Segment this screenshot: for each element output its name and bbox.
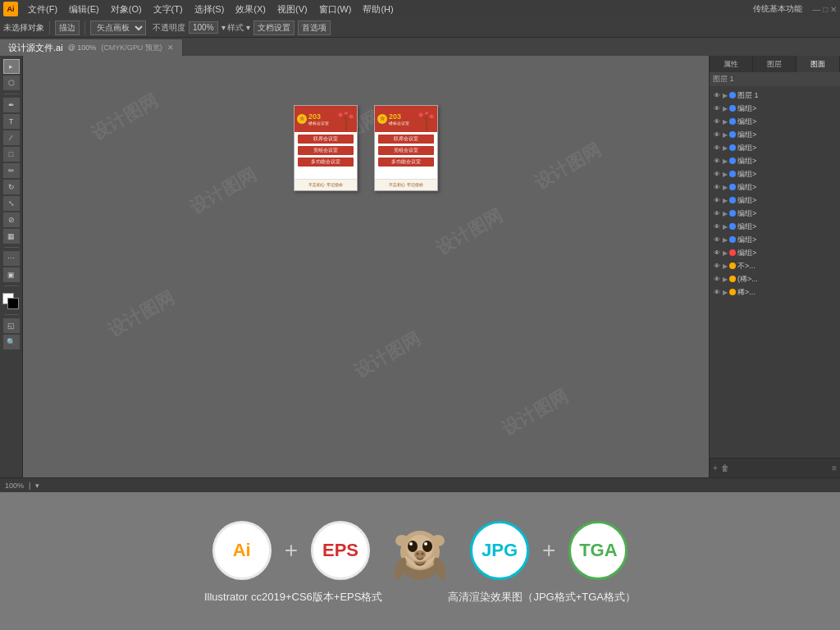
panel-add-layer-icon[interactable]: +	[713, 463, 718, 472]
layer-expand-icon[interactable]: ▶	[723, 105, 728, 112]
layer-visibility-icon[interactable]: 👁	[713, 91, 721, 99]
layer-expand-icon[interactable]: ▶	[723, 210, 728, 217]
screen-mode-icon[interactable]: ◱	[3, 318, 20, 333]
layer-expand-icon[interactable]: ▶	[723, 289, 728, 296]
layer-expand-icon[interactable]: ▶	[723, 184, 728, 191]
layer-row[interactable]: 👁 ▶ 编组>	[711, 128, 838, 141]
status-bar: 100% | ▾	[0, 477, 840, 492]
workspace-label: 传统基本功能	[753, 3, 802, 15]
layer-expand-icon[interactable]: ▶	[723, 197, 728, 204]
layer-expand-icon[interactable]: ▶	[723, 144, 728, 152]
opacity-value[interactable]: 100%	[189, 21, 218, 34]
menu-window[interactable]: 窗口(W)	[314, 2, 357, 17]
panel-tab-layers[interactable]: 图层	[753, 56, 797, 72]
prefs-button[interactable]: 首选项	[298, 21, 331, 35]
menu-view[interactable]: 视图(V)	[272, 2, 313, 17]
layer-visibility-icon[interactable]: 👁	[713, 157, 721, 165]
layer-expand-icon[interactable]: ▶	[723, 131, 728, 139]
menu-type[interactable]: 文字(T)	[148, 2, 188, 17]
eyedropper-tool-icon[interactable]: ⊘	[3, 212, 20, 227]
direct-select-tool-icon[interactable]: ⬡	[3, 75, 20, 90]
layer-row[interactable]: 👁 ▶ 编组>	[711, 115, 838, 128]
stroke-color[interactable]	[7, 298, 19, 309]
menu-right-area: 传统基本功能 — □ ✕	[753, 3, 837, 15]
menu-edit[interactable]: 编辑(E)	[64, 2, 104, 17]
menu-file[interactable]: 文件(F)	[23, 2, 62, 17]
scale-tool-icon[interactable]: ⤡	[3, 196, 20, 211]
pen-tool-icon[interactable]: ✒	[3, 98, 20, 112]
watermark-2: 设计图网	[185, 162, 260, 220]
layer-row[interactable]: 👁 ▶ 编组>	[711, 167, 838, 180]
layer-row[interactable]: 👁 ▶ (稀>...	[711, 272, 838, 285]
view-mode-select[interactable]: 矢点画板	[90, 21, 146, 35]
zoom-tool-icon[interactable]: 🔍	[3, 335, 20, 349]
layer-visibility-icon[interactable]: 👁	[713, 209, 721, 217]
watermark-4: 设计图网	[431, 203, 506, 261]
panel-delete-layer-icon[interactable]: 🗑	[721, 463, 729, 472]
brush-tool-icon[interactable]: ✏	[3, 163, 20, 178]
layer-visibility-icon[interactable]: 👁	[713, 170, 721, 178]
layer-row[interactable]: 👁 ▶ 编组>	[711, 180, 838, 194]
mesh-tool-icon[interactable]: ⋯	[3, 251, 20, 266]
gradient-tool-icon[interactable]: ▣	[3, 267, 20, 282]
layer-visibility-icon[interactable]: 👁	[713, 183, 721, 191]
menu-object[interactable]: 对象(O)	[106, 2, 147, 17]
layer-row[interactable]: 👁 ▶ 编组>	[711, 154, 838, 167]
layer-color-dot	[729, 158, 736, 164]
panel-menu-icon[interactable]: ≡	[832, 463, 837, 472]
canvas-area[interactable]: 设计图网 设计图网 设计图网 设计图网 设计图网 设计图网 设计图网 设计图网 …	[23, 56, 709, 477]
menu-bar: Ai 文件(F) 编辑(E) 对象(O) 文字(T) 选择(S) 效果(X) 视…	[0, 0, 840, 18]
graph-tool-icon[interactable]: ▦	[3, 229, 20, 244]
layer-visibility-icon[interactable]: 👁	[713, 235, 721, 244]
tab-close-icon[interactable]: ✕	[167, 43, 174, 52]
layer-row[interactable]: 👁 ▶ 图层 1	[711, 89, 838, 102]
color-box[interactable]	[2, 293, 21, 311]
rotate-tool-icon[interactable]: ↻	[3, 180, 20, 194]
layer-expand-icon[interactable]: ▶	[723, 171, 728, 178]
type-tool-icon[interactable]: T	[3, 114, 20, 129]
watermark-7: 设计图网	[349, 326, 424, 384]
rect-tool-icon[interactable]: □	[3, 147, 20, 162]
document-content: ☆ 203 楼栋会议室	[294, 105, 438, 191]
selection-tool-icon[interactable]: ▸	[3, 59, 20, 74]
panel-tab-artboards[interactable]: 图面	[797, 56, 840, 72]
layer-expand-icon[interactable]: ▶	[723, 262, 728, 270]
layer-visibility-icon[interactable]: 👁	[713, 275, 721, 283]
layer-row[interactable]: 👁 ▶ 稀>...	[711, 285, 838, 299]
svg-line-1	[341, 116, 346, 120]
menu-select[interactable]: 选择(S)	[189, 2, 230, 17]
menu-effect[interactable]: 效果(X)	[231, 2, 271, 17]
layer-expand-icon[interactable]: ▶	[723, 92, 728, 99]
layer-visibility-icon[interactable]: 👁	[713, 249, 721, 257]
line-tool-icon[interactable]: ∕	[3, 130, 20, 145]
menu-help[interactable]: 帮助(H)	[358, 2, 398, 17]
layer-visibility-icon[interactable]: 👁	[713, 130, 721, 139]
stroke-button[interactable]: 描边	[55, 21, 80, 35]
layer-row[interactable]: 👁 ▶ 编组>	[711, 246, 838, 259]
panel-tab-properties[interactable]: 属性	[710, 56, 753, 72]
layer-row[interactable]: 👁 ▶ 不>...	[711, 259, 838, 272]
layer-row[interactable]: 👁 ▶ 编组>	[711, 233, 838, 246]
layer-visibility-icon[interactable]: 👁	[713, 262, 721, 270]
doc-settings-button[interactable]: 文档设置	[253, 21, 294, 35]
layer-expand-icon[interactable]: ▶	[723, 236, 728, 244]
layer-expand-icon[interactable]: ▶	[723, 249, 728, 257]
layer-expand-icon[interactable]: ▶	[723, 223, 728, 231]
tab-zoom: @ 100%	[68, 43, 97, 52]
layer-visibility-icon[interactable]: 👁	[713, 144, 721, 152]
layer-visibility-icon[interactable]: 👁	[713, 117, 721, 126]
layer-expand-icon[interactable]: ▶	[723, 276, 728, 283]
layer-row[interactable]: 👁 ▶ 编组>	[711, 141, 838, 154]
layer-visibility-icon[interactable]: 👁	[713, 288, 721, 296]
layer-row[interactable]: 👁 ▶ 编组>	[711, 207, 838, 220]
layer-visibility-icon[interactable]: 👁	[713, 104, 721, 112]
layer-visibility-icon[interactable]: 👁	[713, 222, 721, 231]
layer-expand-icon[interactable]: ▶	[723, 158, 728, 165]
document-tab[interactable]: 设计源文件.ai @ 100% (CMYK/GPU 预览) ✕	[0, 39, 183, 56]
style-label: ▾ 样式 ▾	[221, 22, 251, 34]
layer-row[interactable]: 👁 ▶ 编组>	[711, 194, 838, 207]
layer-visibility-icon[interactable]: 👁	[713, 196, 721, 204]
layer-expand-icon[interactable]: ▶	[723, 118, 728, 126]
layer-row[interactable]: 👁 ▶ 编组>	[711, 220, 838, 233]
layer-row[interactable]: 👁 ▶ 编组>	[711, 102, 838, 115]
